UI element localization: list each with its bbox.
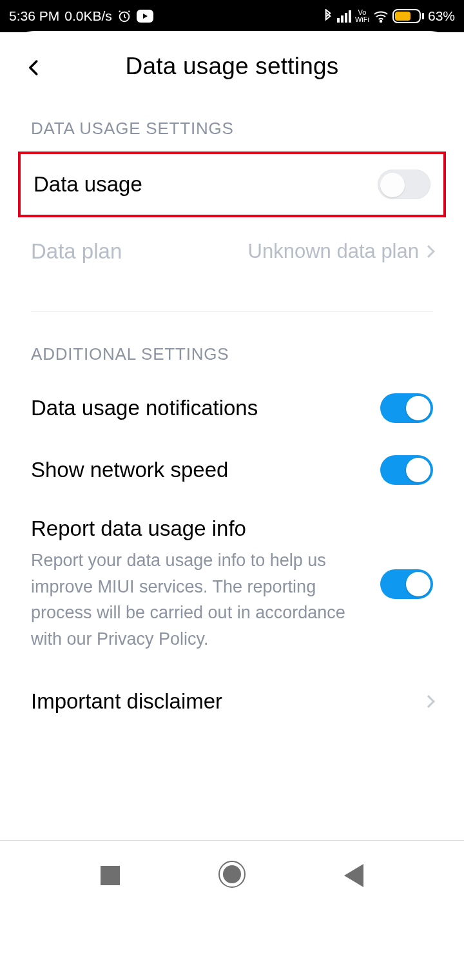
svg-point-5 bbox=[223, 865, 241, 883]
row-label: Data usage notifications bbox=[31, 396, 258, 420]
data-plan-value: Unknown data plan bbox=[248, 240, 419, 263]
wifi-icon bbox=[373, 10, 389, 23]
app-header: Data usage settings bbox=[0, 31, 464, 102]
row-label: Data usage bbox=[34, 172, 142, 197]
status-net-speed: 0.0KB/s bbox=[64, 8, 112, 24]
row-data-plan[interactable]: Data plan Unknown data plan bbox=[0, 217, 464, 286]
svg-point-3 bbox=[380, 21, 382, 23]
row-show-network-speed[interactable]: Show network speed bbox=[0, 439, 464, 501]
battery-percent: 63% bbox=[428, 8, 455, 24]
chevron-right-icon bbox=[422, 695, 435, 708]
section-header-primary: DATA USAGE SETTINGS bbox=[0, 102, 464, 152]
home-button[interactable] bbox=[218, 860, 246, 891]
row-description: Report your data usage info to help us i… bbox=[31, 547, 347, 652]
section-header-additional: ADDITIONAL SETTINGS bbox=[0, 312, 464, 377]
row-report-data-usage[interactable]: Report data usage info Report your data … bbox=[0, 501, 464, 667]
toggle-data-usage[interactable] bbox=[378, 170, 430, 199]
toggle-report[interactable] bbox=[380, 569, 433, 599]
row-notifications[interactable]: Data usage notifications bbox=[0, 377, 464, 439]
bluetooth-icon bbox=[323, 9, 333, 23]
row-label: Important disclaimer bbox=[31, 689, 222, 714]
row-data-usage[interactable]: Data usage bbox=[18, 152, 446, 217]
toggle-notifications[interactable] bbox=[380, 393, 433, 423]
row-important-disclaimer[interactable]: Important disclaimer bbox=[0, 667, 464, 729]
vowifi-icon: Vo WiFi bbox=[355, 9, 369, 23]
navigation-bar bbox=[0, 841, 464, 910]
back-nav-button[interactable] bbox=[344, 864, 363, 887]
youtube-icon bbox=[137, 10, 153, 23]
battery-icon bbox=[392, 9, 424, 23]
status-bar: 5:36 PM 0.0KB/s Vo WiFi 63% bbox=[0, 0, 464, 32]
alarm-icon bbox=[117, 9, 131, 23]
row-label: Data plan bbox=[31, 239, 122, 264]
back-button[interactable] bbox=[24, 58, 44, 80]
page-title: Data usage settings bbox=[0, 53, 464, 80]
row-value: Unknown data plan bbox=[248, 240, 433, 263]
row-label: Report data usage info bbox=[31, 516, 347, 541]
row-label: Show network speed bbox=[31, 458, 228, 482]
status-time: 5:36 PM bbox=[9, 8, 59, 24]
toggle-network-speed[interactable] bbox=[380, 455, 433, 485]
chevron-right-icon bbox=[422, 245, 435, 258]
recents-button[interactable] bbox=[101, 866, 120, 885]
signal-icon bbox=[337, 10, 351, 23]
